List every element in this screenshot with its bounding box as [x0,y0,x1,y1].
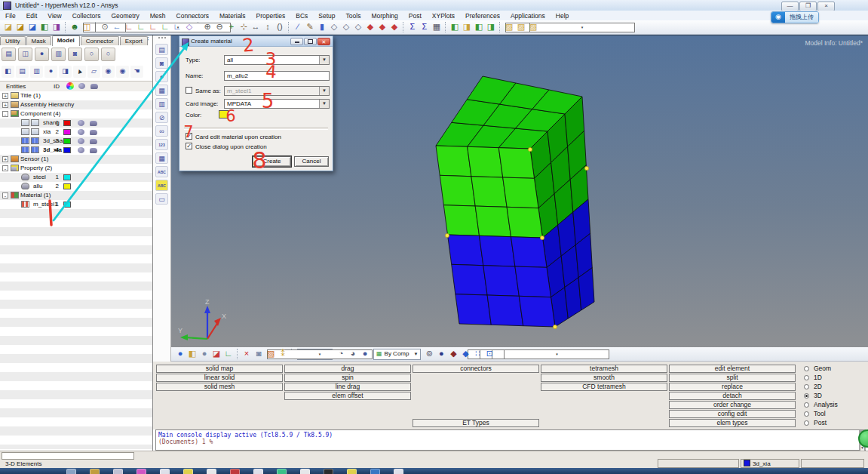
numbers-panel-icon[interactable]: ◙ [155,57,168,69]
solver-flag-icon-2[interactable]: ◆ [376,21,388,33]
type-dropdown-arrow-icon[interactable]: ▼ [319,56,329,64]
color-swatch[interactable] [63,138,71,144]
tree-row-title-1-[interactable]: +Title (1) [0,91,152,100]
tree-expander-icon[interactable]: + [2,93,8,99]
zoom-in-icon[interactable]: ⊕ [201,21,213,33]
radio-geom[interactable]: Geom [804,365,864,373]
spheres-panel-icon[interactable]: ● [155,71,168,82]
folder-sum-icon-2[interactable]: ▨ [515,21,527,33]
tree-expander-icon[interactable]: - [2,192,8,199]
arc-shade-icon[interactable]: ◔ [335,348,347,360]
tree-row-component-4-[interactable]: -Component (4) [0,109,152,119]
menu-setup[interactable]: Setup [313,11,340,20]
type-dropdown[interactable]: all ▼ [224,55,330,65]
dialog-minimize-button[interactable] [290,38,303,45]
panel-button-config-edit[interactable]: config edit [669,410,796,418]
upload-button[interactable]: ◉ 拖拽上传 [771,11,819,23]
tree-row-assembly-hierarchy[interactable]: +Assembly Hierarchy [0,100,152,109]
tree-expander-icon[interactable]: - [2,111,8,117]
panel-button-detach[interactable]: detach [669,392,796,400]
show-hide-column-icon[interactable] [90,84,98,89]
folder-sum-icon-3[interactable]: ▨ [527,21,539,33]
cancel-button[interactable]: Cancel [294,156,329,167]
perf-graph-icon[interactable]: ∷ [471,348,483,360]
organize-model-icon[interactable]: ◙ [68,48,82,61]
panel-button-drag[interactable]: drag [284,365,411,373]
element-flat-icon[interactable]: ◆▾ [447,348,459,360]
show-hide-icon[interactable] [90,130,97,135]
organize-icon[interactable]: ◫▾ [81,21,93,33]
pan-icon[interactable]: + [225,21,238,33]
radio-circle-icon[interactable] [804,420,809,426]
axis-xy-icon[interactable]: ∟ [123,21,135,33]
sum-sort-icon[interactable]: Σ [419,21,431,33]
panel-button-tetramesh[interactable]: tetramesh [541,365,667,373]
tab-export[interactable]: Export [120,36,148,45]
panel-button-linear-solid[interactable]: linear solid [156,374,283,382]
axis-xz-icon[interactable]: ∟ [147,21,159,33]
export-curve2-icon-dropdown-arrow[interactable]: ▾ [529,23,635,32]
menu-edit[interactable]: Edit [21,11,43,20]
menu-tools[interactable]: Tools [341,11,367,20]
tree-row-xia[interactable]: xia2 [0,128,152,137]
panel-button-edit-element[interactable]: edit element [669,365,796,373]
radio-circle-icon[interactable] [804,402,809,408]
component-card-icon[interactable]: ◧ [186,348,198,360]
radio-1d[interactable]: 1D [804,374,864,382]
elem-style-icon[interactable] [78,147,84,153]
panel-button-cfd-tetramesh[interactable]: CFD tetramesh [541,383,667,391]
taskbar-app-icon-7[interactable] [230,469,240,474]
menu-xyplots[interactable]: XYPlots [427,11,460,20]
panel-button-solid-map[interactable]: solid map [156,365,283,373]
tree-row-3d-xia[interactable]: 3d_xia4 [0,146,152,155]
radio-tool[interactable]: Tool [804,410,864,418]
tree-row-allu[interactable]: allu2 [0,182,152,191]
dialog-titlebar[interactable]: Create material ✕ [179,36,333,47]
tree-row-m-steel1[interactable]: m_steel11 [0,200,152,209]
color-swatch[interactable] [63,183,71,189]
taskbar-app-icon-9[interactable] [277,469,287,474]
command-console[interactable]: Main console display active (Tcl8.5.9 / … [155,429,866,451]
tab-connector[interactable]: Connector [81,36,119,45]
color-swatch[interactable] [63,147,71,153]
window-titlebar[interactable]: Untitled* - HyperMesh v12.0 - Ansys — ❐ … [0,0,868,11]
panel-button-line-drag[interactable]: line drag [284,383,411,391]
panel-menu-icon[interactable]: ◨ [59,66,72,78]
note-icon[interactable]: ▱ [87,66,100,78]
menu-morphing[interactable]: Morphing [366,11,403,20]
element-flat2-icon[interactable]: ◆▾ [459,348,471,360]
axis-yx-icon[interactable]: ∟ [135,21,147,33]
tree-expander-icon[interactable]: - [2,165,8,171]
taskbar-app-icon-3[interactable] [136,469,146,474]
create-button[interactable]: Create [253,156,291,167]
pencil-icon[interactable]: ✎ [304,21,316,33]
card-panel-icon[interactable]: ▤ [155,44,168,55]
panel-button-elem-offset[interactable]: elem offset [284,392,411,400]
paste-collector-icon[interactable]: ◨▾ [461,21,473,33]
menu-help[interactable]: Help [551,11,574,20]
tree-row-3d-shang[interactable]: 3d_shang3 [0,137,152,146]
mesh-sphere-icon[interactable]: ●▾ [435,348,447,360]
expand-all-icon[interactable]: ▤ [16,66,29,78]
taskbar-app-icon-14[interactable] [394,469,403,474]
show-hide-icon[interactable] [90,148,97,153]
folder-open-icon[interactable]: ▤ [2,48,16,61]
taskbar-app-icon-13[interactable] [370,469,380,474]
style-column-icon[interactable] [78,83,85,89]
spheres-stack-icon[interactable]: ● [35,48,49,61]
wireframe-panel-icon[interactable]: ▥ [155,98,168,109]
panel-button-order-change[interactable]: order change [669,401,796,409]
wand-icon[interactable]: ⁑ [277,348,289,360]
wire-cube-icon-3[interactable]: ◇ [352,21,364,33]
fit-width-icon[interactable]: ↔ [250,21,262,33]
card-edit-icon[interactable]: ▥ [51,48,66,61]
menu-materials[interactable]: Materials [214,11,250,20]
color-mode-select[interactable]: ▦By Comp▼ [373,349,421,360]
taskbar-app-icon-4[interactable] [160,469,170,474]
menu-view[interactable]: View [42,11,66,20]
tree-row-property-2-[interactable]: -Property (2) [0,164,152,173]
previous-view-icon[interactable]: ← [111,21,123,33]
current-component-cell[interactable]: 3d_xia [741,459,799,468]
show-hide-icon[interactable] [90,121,97,126]
elem-style-icon[interactable] [78,138,84,144]
